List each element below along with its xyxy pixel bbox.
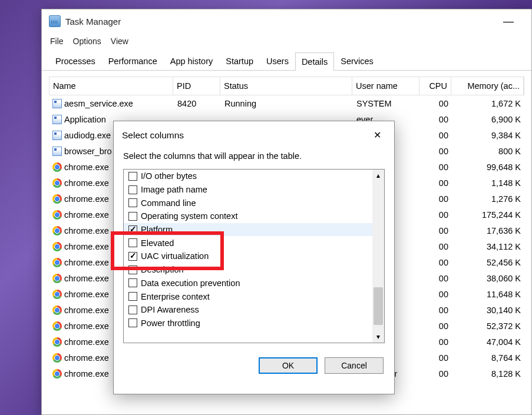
column-option-label: Image path name xyxy=(141,185,207,194)
close-icon[interactable]: ✕ xyxy=(369,127,386,143)
cell-cpu: 00 xyxy=(420,258,452,267)
ok-button[interactable]: OK xyxy=(259,357,318,374)
col-cpu[interactable]: CPU xyxy=(419,77,451,95)
col-mem[interactable]: Memory (ac... xyxy=(451,77,524,95)
checkbox[interactable] xyxy=(128,306,137,314)
process-icon xyxy=(52,306,62,315)
process-icon xyxy=(52,369,62,379)
cell-mem: 38,060 K xyxy=(452,274,524,283)
process-icon xyxy=(52,99,62,108)
column-option-label: Data execution prevention xyxy=(141,278,240,288)
cell-cpu: 00 xyxy=(420,369,452,379)
cell-mem: 52,372 K xyxy=(452,321,524,331)
scroll-up-icon[interactable]: ▴ xyxy=(372,170,384,181)
cell-status: Running xyxy=(221,99,353,108)
cell-mem: 8,128 K xyxy=(452,369,524,379)
cell-cpu: 00 xyxy=(420,210,452,220)
cell-mem: 800 K xyxy=(452,147,524,156)
checkbox[interactable] xyxy=(128,318,137,327)
menu-file[interactable]: File xyxy=(50,36,64,46)
cell-mem: 34,112 K xyxy=(452,242,524,251)
tab-services[interactable]: Services xyxy=(334,52,380,70)
column-option[interactable]: Command line xyxy=(124,196,372,210)
cell-cpu: 00 xyxy=(420,147,452,156)
process-icon xyxy=(52,337,62,347)
checkbox[interactable] xyxy=(128,212,137,221)
tab-app-history[interactable]: App history xyxy=(164,52,220,70)
process-icon xyxy=(52,290,62,299)
cell-user: SYSTEM xyxy=(353,99,420,108)
cell-cpu: 00 xyxy=(420,321,452,331)
window-title: Task Manager xyxy=(65,16,121,26)
process-icon xyxy=(52,226,62,235)
column-option[interactable]: Image path name xyxy=(124,183,372,197)
column-option-label: Power throttling xyxy=(141,318,200,328)
checkbox[interactable] xyxy=(128,185,137,194)
tabs: ProcessesPerformanceApp historyStartupUs… xyxy=(42,52,531,71)
table-row[interactable]: aesm_service.exe8420RunningSYSTEM001,672… xyxy=(49,95,524,111)
col-pid[interactable]: PID xyxy=(173,77,220,95)
checkbox[interactable] xyxy=(128,292,137,301)
column-option[interactable]: Enterprise context xyxy=(124,290,372,303)
titlebar: Task Manager — xyxy=(42,9,531,33)
tab-details[interactable]: Details xyxy=(295,52,334,71)
minimize-button[interactable]: — xyxy=(493,12,524,31)
column-option[interactable]: DPI Awareness xyxy=(124,303,372,317)
col-user[interactable]: User name xyxy=(352,77,419,95)
cancel-button[interactable]: Cancel xyxy=(325,357,384,374)
cell-cpu: 00 xyxy=(420,306,452,315)
cell-mem: 6,900 K xyxy=(452,115,524,124)
cell-mem: 9,384 K xyxy=(452,131,524,140)
menu-options[interactable]: Options xyxy=(73,36,101,46)
column-option-label: Command line xyxy=(141,198,196,208)
cell-mem: 99,648 K xyxy=(452,162,524,172)
process-icon xyxy=(52,178,62,188)
process-icon xyxy=(52,321,62,331)
tab-performance[interactable]: Performance xyxy=(102,52,164,70)
cell-mem: 11,648 K xyxy=(452,290,524,299)
task-manager-icon xyxy=(49,15,61,27)
cell-mem: 1,276 K xyxy=(452,194,524,204)
scrollbar[interactable]: ▴ ▾ xyxy=(372,170,384,343)
table-header: Name PID Status User name CPU Memory (ac… xyxy=(49,77,524,95)
cell-mem: 52,456 K xyxy=(452,258,524,267)
cell-pid: 8420 xyxy=(174,99,221,108)
column-option-label: Enterprise context xyxy=(141,292,210,301)
column-option[interactable]: Data execution prevention xyxy=(124,277,372,290)
cell-cpu: 00 xyxy=(420,178,452,188)
cell-cpu: 00 xyxy=(420,194,452,204)
tab-processes[interactable]: Processes xyxy=(49,52,102,70)
checkbox[interactable] xyxy=(128,198,137,207)
tab-startup[interactable]: Startup xyxy=(219,52,260,70)
tab-users[interactable]: Users xyxy=(260,52,295,70)
dialog-description: Select the columns that will appear in t… xyxy=(114,151,394,169)
menu-view[interactable]: View xyxy=(111,36,128,46)
column-option[interactable]: Operating system context xyxy=(124,210,372,223)
process-icon xyxy=(52,258,62,267)
process-icon xyxy=(52,131,62,140)
dialog-titlebar: Select columns ✕ xyxy=(114,121,394,151)
scroll-track[interactable] xyxy=(372,181,384,331)
column-option-label: Operating system context xyxy=(141,211,237,221)
column-option-label: I/O other bytes xyxy=(141,171,197,181)
cell-mem: 1,672 K xyxy=(452,99,524,108)
col-status[interactable]: Status xyxy=(220,77,352,95)
column-option[interactable]: I/O other bytes xyxy=(124,170,372,183)
cell-cpu: 00 xyxy=(420,353,452,363)
process-icon xyxy=(52,147,62,156)
column-option[interactable]: Power throttling xyxy=(124,317,372,330)
scroll-down-icon[interactable]: ▾ xyxy=(372,331,384,343)
checkbox[interactable] xyxy=(128,172,137,181)
dialog-title: Select columns xyxy=(122,130,184,141)
process-icon xyxy=(52,210,62,220)
process-icon xyxy=(52,242,62,251)
column-option-label: DPI Awareness xyxy=(141,305,199,314)
cell-name: aesm_service.exe xyxy=(49,99,174,108)
cell-mem: 30,140 K xyxy=(452,306,524,315)
process-icon xyxy=(52,115,62,124)
cell-cpu: 00 xyxy=(420,99,452,108)
scroll-thumb[interactable] xyxy=(374,287,383,325)
checkbox[interactable] xyxy=(128,278,137,287)
cell-mem: 1,148 K xyxy=(452,178,524,188)
col-name[interactable]: Name xyxy=(49,77,173,95)
